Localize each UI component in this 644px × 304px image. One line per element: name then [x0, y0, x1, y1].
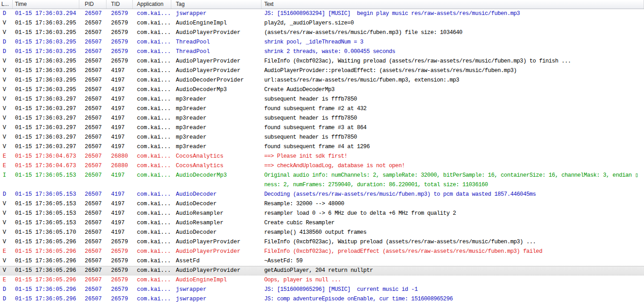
cell-tid: 4197 [107, 123, 133, 133]
log-row[interactable]: I 01-15 17:36:05.153 26507 4197 com.kai.… [0, 171, 644, 190]
cell-application: com.kai... [133, 256, 171, 266]
log-row[interactable]: V 01-15 17:36:05.153 26507 4197 com.kai.… [0, 218, 644, 228]
cell-tid: 4197 [107, 228, 133, 237]
log-row[interactable]: V 01-15 17:36:05.296 26507 26579 com.kai… [0, 266, 644, 275]
cell-application: com.kai... [133, 171, 171, 190]
log-row[interactable]: V 01-15 17:36:03.295 26507 26579 com.kai… [0, 57, 644, 66]
cell-level: V [0, 266, 13, 275]
cell-tag: jswrapper [171, 285, 261, 294]
cell-level: D [0, 294, 13, 304]
cell-time: 01-15 17:36:03.297 [13, 114, 79, 123]
cell-application: com.kai... [133, 95, 171, 104]
cell-level: V [0, 123, 13, 133]
cell-level: D [0, 9, 13, 19]
cell-tid: 4197 [107, 218, 133, 228]
log-row[interactable]: V 01-15 17:36:03.297 26507 4197 com.kai.… [0, 104, 644, 114]
cell-text: AudioPlayerProvider::preloadEffect: (ass… [261, 66, 644, 76]
cell-time: 01-15 17:36:05.170 [13, 228, 79, 237]
log-row[interactable]: V 01-15 17:36:03.297 26507 4197 com.kai.… [0, 95, 644, 104]
log-row[interactable]: V 01-15 17:36:05.153 26507 4197 com.kai.… [0, 209, 644, 218]
cell-application: com.kai... [133, 114, 171, 123]
cell-tid: 4197 [107, 133, 133, 142]
cell-level: D [0, 285, 13, 294]
log-row[interactable]: V 01-15 17:36:03.297 26507 4197 com.kai.… [0, 114, 644, 123]
cell-pid: 26507 [79, 237, 107, 247]
cell-time: 01-15 17:36:03.295 [13, 47, 79, 57]
cell-text: ~AssetFd: 59 [261, 256, 644, 266]
cell-tid: 4197 [107, 76, 133, 85]
log-row[interactable]: V 01-15 17:36:03.295 26507 4197 com.kai.… [0, 85, 644, 95]
cell-time: 01-15 17:36:05.296 [13, 275, 79, 285]
column-header-level[interactable]: L... [0, 0, 13, 9]
log-row[interactable]: D 01-15 17:36:05.296 26507 26579 com.kai… [0, 285, 644, 294]
cell-tid: 4197 [107, 190, 133, 199]
column-header-text[interactable]: Text [261, 0, 644, 9]
cell-application: com.kai... [133, 218, 171, 228]
cell-text: (assets/res/raw-assets/res/music/fuben.m… [261, 28, 644, 38]
log-row[interactable]: E 01-15 17:36:04.673 26507 26880 com.kai… [0, 152, 644, 161]
cell-pid: 26507 [79, 57, 107, 66]
log-rows: D 01-15 17:36:03.294 26507 26579 com.kai… [0, 9, 644, 304]
log-row[interactable]: D 01-15 17:36:05.296 26507 26579 com.kai… [0, 294, 644, 304]
cell-text: shrink pool, _idleThreadNum = 3 [261, 38, 644, 47]
log-row[interactable]: V 01-15 17:36:03.295 26507 26579 com.kai… [0, 28, 644, 38]
log-row[interactable]: V 01-15 17:36:03.295 26507 4197 com.kai.… [0, 76, 644, 85]
log-row[interactable]: E 01-15 17:36:05.296 26507 26579 com.kai… [0, 275, 644, 285]
cell-level: V [0, 114, 13, 123]
log-row[interactable]: V 01-15 17:36:05.296 26507 26579 com.kai… [0, 256, 644, 266]
cell-application: com.kai... [133, 133, 171, 142]
log-row[interactable]: D 01-15 17:36:05.153 26507 4197 com.kai.… [0, 190, 644, 199]
cell-level: V [0, 66, 13, 76]
column-header-tid[interactable]: TID [107, 0, 133, 9]
cell-application: com.kai... [133, 19, 171, 28]
log-row[interactable]: V 01-15 17:36:03.297 26507 4197 com.kai.… [0, 123, 644, 133]
cell-pid: 26507 [79, 85, 107, 95]
cell-text: FileInfo (0xcbf023ac), Waitup preload (a… [261, 237, 644, 247]
cell-tid: 26579 [107, 47, 133, 57]
cell-tid: 26579 [107, 57, 133, 66]
cell-pid: 26507 [79, 266, 107, 275]
cell-tid: 4197 [107, 209, 133, 218]
cell-application: com.kai... [133, 85, 171, 95]
cell-application: com.kai... [133, 228, 171, 237]
cell-application: com.kai... [133, 66, 171, 76]
cell-time: 01-15 17:36:03.297 [13, 104, 79, 114]
cell-tag: AudioPlayerProvider [171, 57, 261, 66]
cell-text: subsequent header is fffb7850 [261, 95, 644, 104]
cell-level: V [0, 28, 13, 38]
log-row[interactable]: V 01-15 17:36:05.296 26507 26579 com.kai… [0, 237, 644, 247]
column-header-tag[interactable]: Tag [171, 0, 261, 9]
cell-tid: 4197 [107, 66, 133, 76]
cell-level: V [0, 133, 13, 142]
cell-time: 01-15 17:36:03.297 [13, 123, 79, 133]
cell-tid: 4197 [107, 95, 133, 104]
cell-text: ==> checkAndUploadLog, database is not o… [261, 161, 644, 171]
cell-time: 01-15 17:36:03.295 [13, 28, 79, 38]
column-header-pid[interactable]: PID [79, 0, 107, 9]
cell-text: JS: comp adventureEpisode onEnable, cur … [261, 294, 644, 304]
column-header-time[interactable]: Time [13, 0, 79, 9]
log-row[interactable]: V 01-15 17:36:03.295 26507 26579 com.kai… [0, 19, 644, 28]
cell-tid: 26579 [107, 256, 133, 266]
cell-application: com.kai... [133, 275, 171, 285]
log-row[interactable]: D 01-15 17:36:03.294 26507 26579 com.kai… [0, 9, 644, 19]
cell-tag: mp3reader [171, 114, 261, 123]
cell-time: 01-15 17:36:03.297 [13, 95, 79, 104]
log-row[interactable]: V 01-15 17:36:05.170 26507 4197 com.kai.… [0, 228, 644, 237]
log-row[interactable]: D 01-15 17:36:03.295 26507 26579 com.kai… [0, 47, 644, 57]
log-row[interactable]: V 01-15 17:36:03.297 26507 4197 com.kai.… [0, 133, 644, 142]
cell-pid: 26507 [79, 275, 107, 285]
cell-level: D [0, 47, 13, 57]
cell-level: V [0, 237, 13, 247]
log-row[interactable]: E 01-15 17:36:04.673 26507 26880 com.kai… [0, 161, 644, 171]
cell-pid: 26507 [79, 247, 107, 256]
log-row[interactable]: V 01-15 17:36:05.153 26507 4197 com.kai.… [0, 199, 644, 209]
cell-tid: 4197 [107, 142, 133, 152]
log-row[interactable]: V 01-15 17:36:03.295 26507 4197 com.kai.… [0, 66, 644, 76]
log-row[interactable]: D 01-15 17:36:03.295 26507 26579 com.kai… [0, 38, 644, 47]
cell-application: com.kai... [133, 266, 171, 275]
cell-application: com.kai... [133, 285, 171, 294]
column-header-application[interactable]: Application [133, 0, 171, 9]
log-row[interactable]: V 01-15 17:36:03.297 26507 4197 com.kai.… [0, 142, 644, 152]
log-row[interactable]: E 01-15 17:36:05.296 26507 26579 com.kai… [0, 247, 644, 256]
